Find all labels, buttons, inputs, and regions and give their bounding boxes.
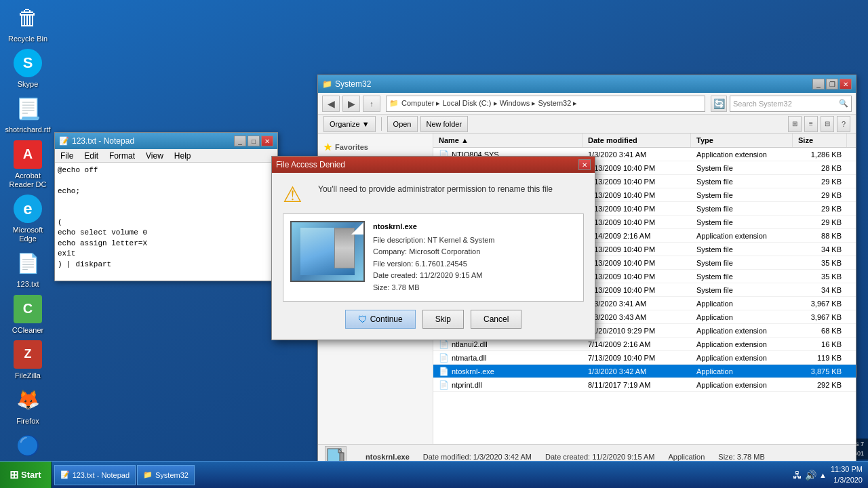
col-size-header[interactable]: Size [793, 134, 847, 147]
taskbar-task-notepad[interactable]: 📝 123.txt - Notepad [54, 465, 136, 485]
file-type: Application extension [691, 381, 793, 389]
desktop-icon-123txt[interactable]: 📄 123.txt [3, 249, 52, 289]
file-type: Application extension [691, 232, 793, 240]
desktop-icon-recycle-bin[interactable]: 🗑 Recycle Bin [3, 3, 52, 43]
notepad-close-button[interactable]: ✕ [261, 136, 273, 146]
new-folder-button[interactable]: New folder [420, 116, 469, 132]
organize-button[interactable]: Organize ▼ [323, 116, 376, 132]
notepad-menu-view[interactable]: View [140, 149, 169, 162]
123txt-label: 123.txt [16, 280, 39, 289]
col-type-header[interactable]: Type [691, 134, 793, 147]
dialog-file-date-created: Date created: 11/2/2020 9:15 AM [373, 270, 495, 282]
col-name-header[interactable]: Name ▲ [433, 134, 583, 147]
acrobat-label: Acrobat Reader DC [3, 171, 52, 189]
help-button[interactable]: ? [837, 116, 850, 132]
table-row-selected[interactable]: 📄ntoskrnl-.exe1/3/2020 3:42 AMApplicatio… [433, 365, 856, 378]
tray-network-icon[interactable]: 🖧 [793, 470, 802, 481]
favorites-header: ★ Favorites [318, 139, 433, 155]
status-date-created: Date created: 11/2/2020 9:15 AM [545, 453, 654, 461]
notepad-titlebar[interactable]: 📝 123.txt - Notepad _ □ ✕ [55, 133, 277, 149]
folder-nav-icon: 📁 [389, 99, 399, 108]
desktop-icon-skype[interactable]: S Skype [3, 49, 52, 89]
explorer-folder-icon: 📁 [322, 79, 332, 89]
view-button1[interactable]: ⊞ [788, 116, 802, 132]
desktop-icon-ccleaner[interactable]: C CCleaner [3, 295, 52, 335]
view-button3[interactable]: ⊟ [821, 116, 834, 132]
file-type: System file [691, 218, 793, 226]
table-row[interactable]: 📄ntmarta.dll7/13/2009 10:40 PMApplicatio… [433, 351, 856, 365]
notepad-menu-format[interactable]: Format [104, 149, 140, 162]
desktop-icon-firefox[interactable]: 🦊 Firefox [3, 386, 52, 426]
dialog-file-size: Size: 3.78 MB [373, 282, 495, 294]
edge-icon: e [14, 195, 42, 223]
desktop-icon-edge[interactable]: e Microsoft Edge [3, 195, 52, 243]
skip-label: Skip [435, 314, 451, 324]
file-thumb-inner [300, 228, 355, 275]
notepad-title-area: 📝 123.txt - Notepad [59, 136, 134, 146]
chrome-icon: 🔵 [14, 431, 42, 460]
firefox-icon: 🦊 [14, 386, 42, 414]
taskbar-notepad-label: 123.txt - Notepad [73, 471, 130, 479]
file-name: 📄ntmarta.dll [433, 353, 583, 363]
file-type: Application extension [691, 340, 793, 348]
taskbar-task-explorer[interactable]: 📁 System32 [137, 465, 195, 485]
recycle-bin-icon: 🗑 [14, 3, 42, 32]
file-size: 119 KB [793, 354, 847, 362]
notepad-minimize-button[interactable]: _ [234, 136, 246, 146]
table-row[interactable]: 📄ntprint.dll8/11/2017 7:19 AMApplication… [433, 378, 856, 392]
warning-icon: ⚠ [283, 184, 310, 205]
file-date: 1/3/2020 3:41 AM [583, 300, 691, 308]
continue-button[interactable]: 🛡 Continue [345, 310, 416, 329]
notepad-titlebar-buttons: _ □ ✕ [234, 136, 273, 146]
explorer-address-toolbar: ◀ ▶ ↑ 📁 Computer ▸ Local Disk (C:) ▸ Win… [318, 93, 856, 115]
file-type: System file [691, 191, 793, 199]
desktop-icon-acrobat[interactable]: A Acrobat Reader DC [3, 140, 52, 189]
notepad-menu-file[interactable]: File [55, 149, 79, 162]
desktop-icons-col1: 🗑 Recycle Bin S Skype 📃 shotrichard.rtf … [3, 3, 52, 488]
cancel-button[interactable]: Cancel [471, 310, 521, 329]
cancel-label: Cancel [484, 314, 509, 324]
file-size: 29 KB [793, 191, 847, 199]
file-date: 8/11/2017 7:19 AM [583, 381, 691, 389]
notepad-menu-help[interactable]: Help [169, 149, 197, 162]
col-date-header[interactable]: Date modified [583, 134, 691, 147]
taskbar-explorer-icon: 📁 [143, 470, 153, 479]
ccleaner-label: CCleaner [12, 326, 43, 335]
dialog-close-button[interactable]: ✕ [578, 159, 591, 170]
desktop: 🗑 Recycle Bin S Skype 📃 shotrichard.rtf … [0, 0, 868, 488]
file-size: 29 KB [793, 178, 847, 186]
file-list-header: Name ▲ Date modified Type Size [433, 134, 856, 148]
notepad-menu-edit[interactable]: Edit [79, 149, 104, 162]
explorer-titlebar[interactable]: 📁 System32 _ ❐ ✕ [318, 75, 856, 93]
firefox-label: Firefox [16, 417, 39, 426]
dialog-titlebar[interactable]: File Access Denied ✕ [272, 157, 595, 173]
notepad-content[interactable]: @echo off echo; ( echo select volume 0 e… [55, 163, 277, 281]
file-size: 34 KB [793, 286, 847, 294]
taskbar-clock[interactable]: 11:30 PM 1/3/2020 [831, 464, 863, 485]
explorer-close-button[interactable]: ✕ [840, 79, 852, 89]
explorer-restore-button[interactable]: ❐ [826, 79, 838, 89]
status-date-modified: Date modified: 1/3/2020 3:42 AM [423, 453, 532, 461]
skip-button[interactable]: Skip [422, 310, 464, 329]
view-button2[interactable]: ≡ [804, 116, 818, 132]
up-button[interactable]: ↑ [363, 96, 380, 112]
toolbar-divider1 [381, 117, 382, 131]
tray-volume-icon[interactable]: 🔊 [805, 470, 816, 481]
file-date: 1/3/2020 3:41 AM [583, 150, 691, 159]
search-box[interactable]: Search System32 🔍 [730, 96, 852, 112]
address-bar[interactable]: 📁 Computer ▸ Local Disk (C:) ▸ Windows ▸… [386, 96, 705, 112]
desktop-icon-shotrichard[interactable]: 📃 shotrichard.rtf [3, 94, 52, 134]
open-button[interactable]: Open [387, 116, 418, 132]
forward-button[interactable]: ▶ [342, 96, 360, 112]
notepad-maximize-button[interactable]: □ [248, 136, 260, 146]
clock-date: 1/3/2020 [831, 475, 863, 485]
file-size: 35 KB [793, 259, 847, 267]
explorer-minimize-button[interactable]: _ [812, 79, 825, 89]
back-button[interactable]: ◀ [322, 96, 340, 112]
dialog-title: File Access Denied [276, 160, 345, 169]
star-icon: ★ [323, 142, 332, 152]
status-size: Size: 3.78 MB [718, 453, 764, 461]
refresh-button[interactable]: 🔄 [711, 96, 727, 112]
desktop-icon-filezilla[interactable]: Z FileZilla [3, 340, 52, 380]
start-button[interactable]: ⊞ Start [0, 462, 52, 488]
